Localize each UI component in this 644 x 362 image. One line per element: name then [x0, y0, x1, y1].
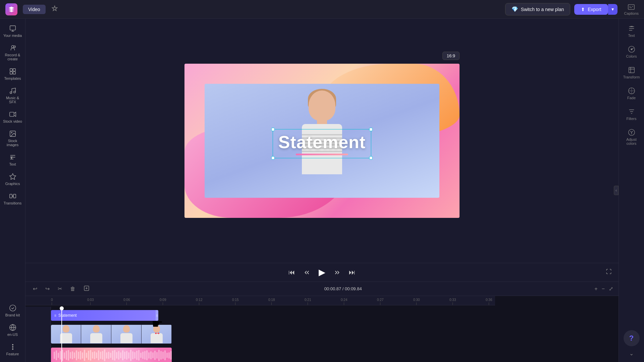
right-panel-text[interactable]: Text: [620, 21, 643, 41]
video-thumb-3: [111, 325, 142, 344]
zoom-in-button[interactable]: +: [594, 286, 597, 292]
sidebar-item-text[interactable]: T Text: [1, 150, 24, 170]
ruler-mark-36: 0:36: [486, 298, 492, 305]
language-button[interactable]: en-US: [1, 320, 24, 340]
svg-point-9: [13, 91, 15, 93]
add-to-timeline-button[interactable]: [82, 284, 92, 294]
sidebar-item-record-create[interactable]: Record & create: [1, 41, 24, 64]
text-underline-decoration: [296, 154, 348, 155]
export-button[interactable]: ⬆ Export: [574, 4, 608, 15]
track-container: ⏸ Statement ⏸: [25, 307, 495, 362]
ruler-mark-27: 0:27: [377, 298, 383, 305]
video-thumb-2: [81, 325, 111, 344]
right-panel-colors[interactable]: Colors: [620, 42, 643, 62]
svg-point-19: [12, 349, 13, 350]
tab-magic-icon[interactable]: [48, 3, 61, 15]
tab-video[interactable]: Video: [23, 5, 46, 14]
aspect-ratio-badge[interactable]: 16:9: [442, 52, 460, 60]
svg-rect-6: [10, 72, 12, 74]
svg-rect-10: [9, 112, 14, 117]
clip-pause-icon: ⏸: [54, 314, 57, 317]
ruler-mark-24: 0:24: [341, 298, 347, 305]
text-clip[interactable]: ⏸ Statement ⏸: [51, 310, 158, 321]
sidebar-item-stock-images[interactable]: Stock images: [1, 127, 24, 150]
right-panel-fade[interactable]: Fade: [620, 84, 643, 103]
export-dropdown-button[interactable]: ▼: [608, 4, 618, 15]
app-logo: [5, 3, 17, 15]
ruler-mark-6: 0:06: [123, 298, 130, 305]
ruler-mark-3: 0:03: [87, 298, 94, 305]
ruler-mark-12: 0:12: [196, 298, 202, 305]
captions-button[interactable]: Captions: [624, 3, 639, 15]
undo-button[interactable]: ↩: [31, 284, 39, 293]
video-clip[interactable]: [51, 325, 172, 344]
redo-button[interactable]: ↪: [43, 284, 52, 293]
sidebar-item-brand-kit[interactable]: Brand kit: [1, 301, 24, 320]
cut-button[interactable]: ✂: [56, 284, 64, 293]
topbar: Video 💎 Switch to a new plan ⬆ Export ▼ …: [0, 0, 644, 19]
fullscreen-button[interactable]: [606, 268, 612, 276]
switch-plan-button[interactable]: 💎 Switch to a new plan: [505, 3, 570, 15]
timeline-ruler: 0 0:03 0:06: [25, 296, 495, 305]
timeline-scroll[interactable]: 0 0:03 0:06: [25, 296, 619, 362]
more-features-button[interactable]: Feature: [1, 340, 24, 359]
sidebar-item-templates[interactable]: Templates: [1, 64, 24, 84]
handle-tr[interactable]: [369, 128, 373, 131]
expand-timeline-button[interactable]: ⤢: [609, 286, 613, 292]
ruler-mark-9: 0:09: [160, 298, 166, 305]
handle-tl[interactable]: [271, 128, 275, 131]
waveform: [51, 348, 172, 362]
forward-5-button[interactable]: [333, 269, 341, 276]
handle-br[interactable]: [369, 156, 373, 160]
sidebar-item-transitions[interactable]: Transitions: [1, 189, 24, 208]
help-button[interactable]: ?: [624, 330, 640, 346]
video-canvas[interactable]: Statement: [184, 64, 460, 218]
timeline-time-display: 00:00.87 / 00:09.84: [96, 286, 590, 291]
svg-rect-0: [628, 4, 634, 9]
left-sidebar: Your media Record & create Templates: [0, 19, 25, 362]
svg-rect-14: [9, 194, 12, 198]
right-sidebar: ‹ Text Colors: [619, 19, 644, 362]
inner-video-panel: Statement: [205, 84, 439, 198]
ruler-mark-0: 0: [51, 298, 53, 305]
skip-forward-button[interactable]: ⏭: [349, 268, 356, 276]
right-panel-filters[interactable]: Filters: [620, 105, 643, 124]
canvas-outer: 16:9: [184, 64, 460, 218]
statement-text[interactable]: Statement: [278, 132, 366, 152]
svg-rect-15: [13, 194, 15, 198]
clip-drag-handle[interactable]: ⏸: [156, 310, 158, 321]
text-overlay[interactable]: Statement: [273, 129, 371, 158]
center-right-area: 16:9: [25, 19, 644, 362]
sidebar-item-music-sfx[interactable]: Music & SFX: [1, 84, 24, 107]
skip-back-button[interactable]: ⏮: [288, 268, 295, 276]
export-group: ⬆ Export ▼: [574, 4, 617, 15]
chevron-down-button[interactable]: ⌄: [627, 348, 636, 359]
right-panel-adjust-colors[interactable]: Adjust colors: [620, 125, 643, 149]
collapse-panel-button[interactable]: ‹: [614, 186, 619, 195]
svg-point-12: [11, 132, 12, 133]
canvas-area: 16:9: [25, 19, 619, 263]
sidebar-item-stock-video[interactable]: Stock video: [1, 107, 24, 127]
video-thumb-4: [142, 325, 172, 344]
svg-point-23: [631, 49, 632, 50]
sidebar-item-graphics[interactable]: Graphics: [1, 170, 24, 189]
timeline-inner: 0 0:03 0:06: [25, 296, 495, 362]
ruler-mark-18: 0:18: [268, 298, 275, 305]
music-clip[interactable]: [51, 348, 172, 362]
handle-bl[interactable]: [271, 156, 275, 160]
timeline-toolbar: ↩ ↪ ✂ 🗑 00:00.87 / 00:09.84 + − ⤢: [25, 282, 619, 296]
rewind-5-button[interactable]: [303, 269, 311, 276]
svg-point-17: [12, 344, 13, 345]
ruler-mark-15: 0:15: [232, 298, 238, 305]
svg-rect-21: [630, 26, 633, 27]
play-pause-button[interactable]: ▶: [319, 267, 325, 278]
text-selection-box[interactable]: Statement: [273, 129, 371, 158]
playhead[interactable]: [61, 307, 62, 362]
delete-button[interactable]: 🗑: [68, 285, 77, 293]
svg-rect-24: [629, 67, 634, 73]
right-panel-transform[interactable]: Transform: [620, 63, 643, 82]
gem-icon: 💎: [512, 6, 518, 12]
zoom-out-button[interactable]: −: [602, 286, 605, 292]
sidebar-item-your-media[interactable]: Your media: [1, 21, 24, 41]
svg-point-18: [12, 347, 13, 348]
